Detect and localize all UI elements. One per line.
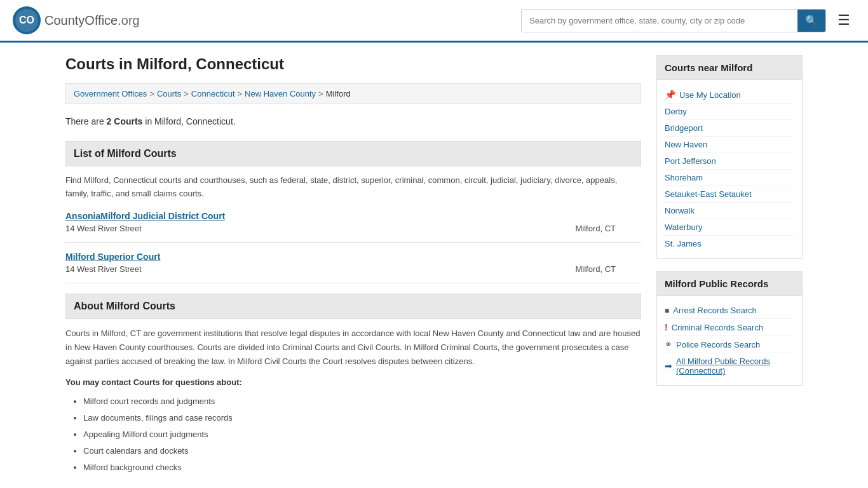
arrest-records-row: ■ Arrest Records Search: [665, 302, 794, 319]
court-item-2: Milford Superior Court 14 West River Str…: [65, 252, 641, 283]
use-my-location-row: 📌 Use My Location: [665, 86, 794, 104]
court-name-2[interactable]: Milford Superior Court: [65, 252, 160, 262]
nearby-waterbury-row: Waterbury: [665, 219, 794, 236]
all-public-records-row: ➡ All Milford Public Records (Connecticu…: [665, 353, 794, 379]
nearby-bridgeport-row: Bridgeport: [665, 120, 794, 137]
criminal-records-row: ! Criminal Records Search: [665, 319, 794, 336]
about-section-header: About Milford Courts: [65, 294, 641, 319]
site-header: CO CountyOffice.org 🔍 ☰: [0, 0, 868, 43]
bullet-list: Milford court records and judgments Law …: [65, 393, 641, 476]
criminal-icon: !: [665, 322, 668, 332]
contact-header: You may contact Courts for questions abo…: [65, 377, 641, 387]
list-section-header: List of Milford Courts: [65, 141, 641, 166]
list-item: Milford court records and judgments: [83, 393, 641, 410]
nearby-new-haven-link[interactable]: New Haven: [665, 140, 707, 149]
hamburger-button[interactable]: ☰: [832, 10, 855, 31]
arrest-icon: ■: [665, 306, 669, 315]
breadcrumb-connecticut[interactable]: Connecticut: [191, 89, 235, 98]
breadcrumb-sep-3: >: [238, 89, 243, 98]
sidebar-public-records-content: ■ Arrest Records Search ! Criminal Recor…: [657, 296, 802, 385]
nearby-shoreham-link[interactable]: Shoreham: [665, 173, 703, 182]
police-records-link[interactable]: Police Records Search: [676, 340, 760, 349]
main-container: Courts in Milford, Connecticut Governmen…: [53, 43, 815, 488]
breadcrumb-milford: Milford: [326, 89, 351, 98]
court-item-1: AnsoniaMilford Judicial District Court 1…: [65, 211, 641, 243]
court-details-1: 14 West River Street Milford, CT: [65, 224, 641, 233]
nearby-port-jefferson-link[interactable]: Port Jefferson: [665, 156, 716, 166]
sidebar-public-records: Milford Public Records ■ Arrest Records …: [656, 271, 803, 386]
all-public-records-link[interactable]: All Milford Public Records (Connecticut): [676, 356, 794, 376]
page-title: Courts in Milford, Connecticut: [65, 55, 641, 73]
breadcrumb: Government Offices > Courts > Connecticu…: [65, 83, 641, 104]
list-item: Law documents, filings and case records: [83, 410, 641, 426]
court-details-2: 14 West River Street Milford, CT: [65, 264, 641, 274]
search-button[interactable]: 🔍: [797, 10, 825, 32]
court-address-2: 14 West River Street: [65, 264, 142, 274]
arrest-records-link[interactable]: Arrest Records Search: [673, 306, 757, 315]
nearby-setauket-row: Setauket-East Setauket: [665, 186, 794, 203]
sidebar-public-records-header: Milford Public Records: [657, 272, 802, 296]
list-section-desc: Find Milford, Connecticut courts and cou…: [65, 174, 641, 201]
nearby-bridgeport-link[interactable]: Bridgeport: [665, 123, 703, 133]
list-item: Milford background checks: [83, 459, 641, 476]
nearby-new-haven-row: New Haven: [665, 137, 794, 153]
nearby-shoreham-row: Shoreham: [665, 170, 794, 186]
nearby-derby-link[interactable]: Derby: [665, 107, 687, 116]
breadcrumb-sep-1: >: [149, 89, 154, 98]
sidebar-near-milford-header: Courts near Milford: [657, 56, 802, 80]
court-name-1[interactable]: AnsoniaMilford Judicial District Court: [65, 211, 225, 221]
nearby-derby-row: Derby: [665, 104, 794, 120]
nearby-st-james-link[interactable]: St. James: [665, 239, 702, 248]
header-right: 🔍 ☰: [521, 9, 855, 32]
intro-text: There are 2 Courts in Milford, Connectic…: [65, 114, 641, 128]
arrow-icon: ➡: [665, 361, 672, 371]
breadcrumb-new-haven-county[interactable]: New Haven County: [245, 89, 316, 98]
list-item: Appealing Milford court judgments: [83, 426, 641, 443]
police-icon: ⚭: [665, 339, 672, 349]
court-city-2: Milford, CT: [575, 264, 616, 274]
breadcrumb-sep-2: >: [184, 89, 189, 98]
sidebar-near-milford: Courts near Milford 📌 Use My Location De…: [656, 55, 803, 259]
nearby-port-jefferson-row: Port Jefferson: [665, 153, 794, 170]
search-bar: 🔍: [521, 9, 826, 32]
list-item: Court calendars and dockets: [83, 443, 641, 459]
sidebar-near-milford-content: 📌 Use My Location Derby Bridgeport New H…: [657, 80, 802, 258]
use-my-location-link[interactable]: Use My Location: [679, 90, 741, 100]
logo-text: CountyOffice.org: [44, 13, 140, 28]
breadcrumb-gov-offices[interactable]: Government Offices: [74, 89, 147, 98]
sidebar: Courts near Milford 📌 Use My Location De…: [656, 55, 803, 476]
about-section: About Milford Courts Courts in Milford, …: [65, 294, 641, 476]
logo-icon: CO: [13, 6, 41, 34]
criminal-records-link[interactable]: Criminal Records Search: [672, 323, 764, 332]
intro-count: 2 Courts: [107, 116, 143, 126]
court-city-1: Milford, CT: [575, 224, 616, 233]
nearby-norwalk-link[interactable]: Norwalk: [665, 206, 695, 215]
about-text: Courts in Milford, CT are government ins…: [65, 327, 641, 369]
nearby-setauket-link[interactable]: Setauket-East Setauket: [665, 189, 752, 199]
logo[interactable]: CO CountyOffice.org: [13, 6, 140, 34]
police-records-row: ⚭ Police Records Search: [665, 336, 794, 353]
nearby-waterbury-link[interactable]: Waterbury: [665, 222, 702, 232]
location-icon: 📌: [665, 90, 675, 100]
court-address-1: 14 West River Street: [65, 224, 142, 233]
breadcrumb-sep-4: >: [318, 89, 323, 98]
svg-text:CO: CO: [19, 15, 34, 25]
nearby-st-james-row: St. James: [665, 236, 794, 252]
breadcrumb-courts[interactable]: Courts: [157, 89, 181, 98]
content-area: Courts in Milford, Connecticut Governmen…: [65, 55, 641, 476]
search-input[interactable]: [522, 11, 797, 30]
nearby-norwalk-row: Norwalk: [665, 203, 794, 219]
